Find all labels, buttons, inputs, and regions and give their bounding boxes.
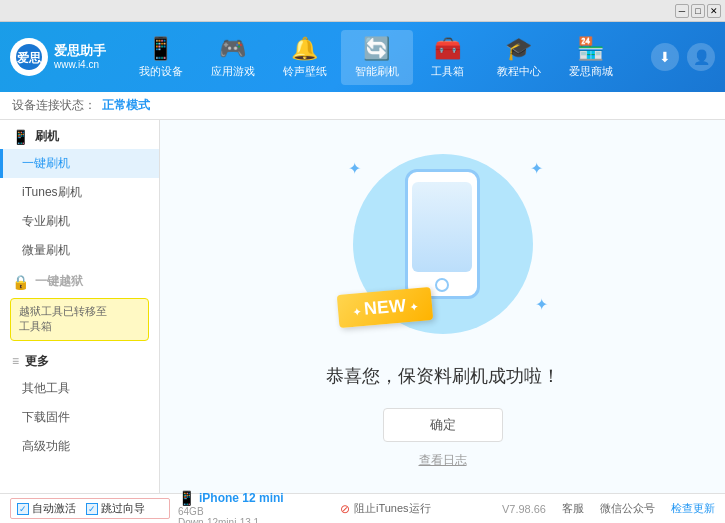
stop-icon: ⊘ bbox=[340, 502, 350, 516]
wechat-public-link[interactable]: 微信公众号 bbox=[600, 501, 655, 516]
phone-body bbox=[405, 169, 480, 299]
nav-ringtone-wallpaper[interactable]: 🔔 铃声壁纸 bbox=[269, 30, 341, 85]
more-section-icon: ≡ bbox=[12, 354, 19, 368]
toolbox-label: 工具箱 bbox=[431, 64, 464, 79]
checkbox-area: ✓ 自动激活 ✓ 跳过向导 bbox=[10, 498, 170, 519]
micro-flash-label: 微量刷机 bbox=[22, 243, 70, 257]
success-message: 恭喜您，保资料刷机成功啦！ bbox=[326, 364, 560, 388]
think-city-label: 爱思商城 bbox=[569, 64, 613, 79]
customer-service-link[interactable]: 客服 bbox=[562, 501, 584, 516]
minimize-button[interactable]: ─ bbox=[675, 4, 689, 18]
itunes-status-label: 阻止iTunes运行 bbox=[354, 501, 431, 516]
user-button[interactable]: 👤 bbox=[687, 43, 715, 71]
pro-flash-label: 专业刷机 bbox=[22, 214, 70, 228]
smart-flash-label: 智能刷机 bbox=[355, 64, 399, 79]
sidebar-item-advanced[interactable]: 高级功能 bbox=[0, 432, 159, 461]
view-log-link[interactable]: 查看日志 bbox=[419, 452, 467, 469]
auto-connect-label: 自动激活 bbox=[32, 501, 76, 516]
nav-toolbox[interactable]: 🧰 工具箱 bbox=[413, 30, 483, 85]
auto-connect-checkbox[interactable]: ✓ bbox=[17, 503, 29, 515]
svg-text:爱思: 爱思 bbox=[17, 51, 42, 65]
content-area: ✦ ✦ ✦ NEW 恭喜您，保资料刷机成功啦！ 确定 查看日志 bbox=[160, 120, 725, 493]
status-label: 设备连接状态： bbox=[12, 97, 96, 114]
jailbreak-notice: 越狱工具已转移至工具箱 bbox=[10, 298, 149, 341]
think-city-icon: 🏪 bbox=[577, 36, 604, 62]
more-section-label: 更多 bbox=[25, 353, 49, 370]
version-label: V7.98.66 bbox=[502, 503, 546, 515]
bottom-bar: ✓ 自动激活 ✓ 跳过向导 📱 iPhone 12 mini 64GB Down… bbox=[0, 493, 725, 523]
main-layout: 📱 刷机 一键刷机 iTunes刷机 专业刷机 微量刷机 🔒 一键越狱 越狱工具… bbox=[0, 120, 725, 493]
confirm-button[interactable]: 确定 bbox=[383, 408, 503, 442]
nav-smart-flash[interactable]: 🔄 智能刷机 bbox=[341, 30, 413, 85]
itunes-status: ⊘ 阻止iTunes运行 bbox=[340, 501, 431, 516]
bottom-right: V7.98.66 客服 微信公众号 检查更新 bbox=[431, 501, 715, 516]
itunes-flash-label: iTunes刷机 bbox=[22, 185, 82, 199]
apps-games-icon: 🎮 bbox=[219, 36, 246, 62]
sparkle-3: ✦ bbox=[535, 295, 548, 314]
sidebar-section-jailbreak: 🔒 一键越狱 bbox=[0, 265, 159, 294]
phone-home-button bbox=[435, 278, 449, 292]
flash-section-icon: 📱 bbox=[12, 129, 29, 145]
sparkle-2: ✦ bbox=[530, 159, 543, 178]
my-device-label: 我的设备 bbox=[139, 64, 183, 79]
logo-icon: 爱思 bbox=[10, 38, 48, 76]
nav-tutorial-center[interactable]: 🎓 教程中心 bbox=[483, 30, 555, 85]
check-update-button[interactable]: 检查更新 bbox=[671, 501, 715, 516]
skip-guide-checkbox[interactable]: ✓ bbox=[86, 503, 98, 515]
phone-screen bbox=[412, 182, 472, 272]
sidebar-section-more: ≡ 更多 bbox=[0, 345, 159, 374]
sidebar-section-flash: 📱 刷机 bbox=[0, 120, 159, 149]
sidebar-item-micro-flash[interactable]: 微量刷机 bbox=[0, 236, 159, 265]
toolbox-icon: 🧰 bbox=[434, 36, 461, 62]
sidebar-item-itunes-flash[interactable]: iTunes刷机 bbox=[0, 178, 159, 207]
logo-area: 爱思 爱思助手 www.i4.cn bbox=[10, 38, 110, 76]
maximize-button[interactable]: □ bbox=[691, 4, 705, 18]
skip-guide-checkbox-item: ✓ 跳过向导 bbox=[86, 501, 145, 516]
nav-apps-games[interactable]: 🎮 应用游戏 bbox=[197, 30, 269, 85]
header-right: ⬇ 👤 bbox=[651, 43, 715, 71]
header: 爱思 爱思助手 www.i4.cn 📱 我的设备 🎮 应用游戏 🔔 铃声壁纸 🔄… bbox=[0, 22, 725, 92]
device-icon: 📱 bbox=[178, 490, 195, 506]
status-value: 正常模式 bbox=[102, 97, 150, 114]
title-bar: ─ □ ✕ bbox=[0, 0, 725, 22]
sidebar-item-download-firmware[interactable]: 下载固件 bbox=[0, 403, 159, 432]
ringtone-wallpaper-label: 铃声壁纸 bbox=[283, 64, 327, 79]
device-storage: 64GB bbox=[178, 506, 330, 517]
jailbreak-section-icon: 🔒 bbox=[12, 274, 29, 290]
nav-bar: 📱 我的设备 🎮 应用游戏 🔔 铃声壁纸 🔄 智能刷机 🧰 工具箱 🎓 教程中心… bbox=[110, 30, 641, 85]
sparkle-1: ✦ bbox=[348, 159, 361, 178]
device-info: 📱 iPhone 12 mini 64GB Down-12mini-13,1 bbox=[170, 490, 330, 524]
other-tools-label: 其他工具 bbox=[22, 381, 70, 395]
logo-sub: www.i4.cn bbox=[54, 59, 106, 71]
apps-games-label: 应用游戏 bbox=[211, 64, 255, 79]
sidebar-item-other-tools[interactable]: 其他工具 bbox=[0, 374, 159, 403]
confirm-button-label: 确定 bbox=[430, 416, 456, 434]
my-device-icon: 📱 bbox=[147, 36, 174, 62]
logo-text: 爱思助手 www.i4.cn bbox=[54, 43, 106, 71]
phone-illustration: ✦ ✦ ✦ NEW bbox=[333, 144, 553, 344]
skip-guide-label: 跳过向导 bbox=[101, 501, 145, 516]
one-click-flash-label: 一键刷机 bbox=[22, 156, 70, 170]
close-button[interactable]: ✕ bbox=[707, 4, 721, 18]
status-bar: 设备连接状态： 正常模式 bbox=[0, 92, 725, 120]
logo-main: 爱思助手 bbox=[54, 43, 106, 59]
ringtone-wallpaper-icon: 🔔 bbox=[291, 36, 318, 62]
auto-connect-checkbox-item: ✓ 自动激活 bbox=[17, 501, 76, 516]
tutorial-center-label: 教程中心 bbox=[497, 64, 541, 79]
nav-my-device[interactable]: 📱 我的设备 bbox=[125, 30, 197, 85]
download-button[interactable]: ⬇ bbox=[651, 43, 679, 71]
smart-flash-icon: 🔄 bbox=[363, 36, 390, 62]
nav-think-city[interactable]: 🏪 爱思商城 bbox=[555, 30, 627, 85]
sidebar-item-pro-flash[interactable]: 专业刷机 bbox=[0, 207, 159, 236]
advanced-label: 高级功能 bbox=[22, 439, 70, 453]
device-name: iPhone 12 mini bbox=[199, 491, 284, 505]
download-firmware-label: 下载固件 bbox=[22, 410, 70, 424]
sidebar-item-one-click-flash[interactable]: 一键刷机 bbox=[0, 149, 159, 178]
sidebar: 📱 刷机 一键刷机 iTunes刷机 专业刷机 微量刷机 🔒 一键越狱 越狱工具… bbox=[0, 120, 160, 493]
tutorial-center-icon: 🎓 bbox=[505, 36, 532, 62]
jailbreak-section-label: 一键越狱 bbox=[35, 273, 83, 290]
device-model: Down-12mini-13,1 bbox=[178, 517, 330, 524]
flash-section-label: 刷机 bbox=[35, 128, 59, 145]
